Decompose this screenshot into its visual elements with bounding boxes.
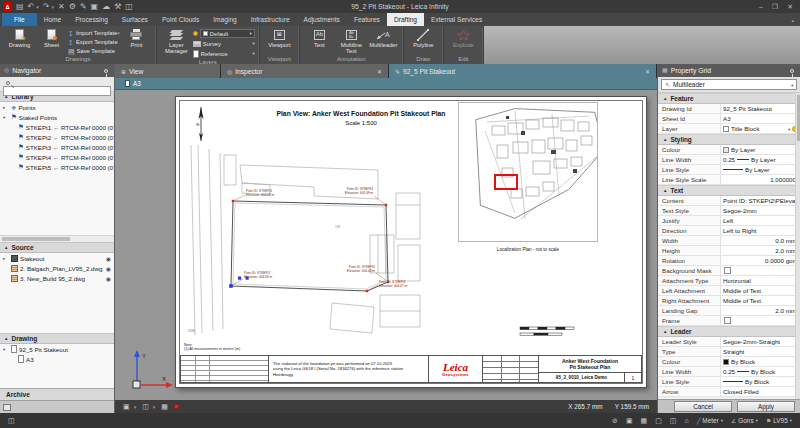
background-mask-checkbox[interactable] [724, 267, 731, 274]
point-annotation[interactable]: Point ID: STKEPt1Elevation: 404.08 m [246, 189, 275, 197]
collapse-icon[interactable]: ▾ [3, 115, 9, 120]
prop-background-mask[interactable]: Background Mask [658, 266, 800, 276]
tab-adjustments[interactable]: Adjustments [297, 13, 347, 26]
ribbon-collapse-icon[interactable]: ▴ [791, 17, 794, 23]
section-styling[interactable]: ▲Styling [658, 134, 800, 145]
section-text[interactable]: ▲Text [658, 185, 800, 196]
delete-icon[interactable]: ✕ [58, 2, 65, 11]
polyline-button[interactable]: Polyline [408, 27, 439, 48]
edit-icon[interactable]: ✎ [80, 2, 87, 11]
panel-toggle-icon[interactable] [3, 404, 11, 411]
point-annotation[interactable]: Point ID: STKEPt5Elevation: 404.08 m [347, 265, 376, 273]
explode-button[interactable]: Explode [448, 27, 479, 48]
grid-toggle-icon[interactable]: ▦ [161, 402, 168, 411]
prop-height[interactable]: Height2.0 mm [658, 246, 800, 256]
prop-left-attachment[interactable]: Left AttachmentMiddle of Text [658, 286, 800, 296]
tools-icon[interactable]: ⚒ [114, 2, 121, 11]
grid-snap-icon[interactable]: ▦ [641, 416, 648, 425]
scrollbar-thumb[interactable] [2, 237, 70, 241]
save-template-button[interactable]: ▤Save Template [68, 47, 120, 55]
prop-arrow[interactable]: ArrowClosed Filled [658, 387, 800, 397]
import-template-button[interactable]: ↧Import Template▾ [68, 29, 120, 37]
sheet-button[interactable]: Sheet [36, 27, 67, 48]
minimize-icon[interactable]: – [759, 2, 763, 11]
drawing-sheet[interactable]: ·N· Plan View: Anker West Foundation Pit… [175, 96, 647, 388]
prop-leader-line-style[interactable]: Line StyleBy Block [658, 377, 800, 387]
tab-external-services[interactable]: External Services [424, 13, 489, 26]
plan-drawing[interactable]: Point ID: STKEPt1Elevation: 404.08 m Poi… [182, 143, 454, 341]
drawing-item-a3[interactable]: A3 [0, 354, 114, 364]
ortho-mode-icon[interactable]: ▢ [655, 416, 662, 425]
text-button[interactable]: AbText [304, 27, 335, 48]
close-tab-icon[interactable]: ✕ [645, 68, 650, 75]
visibility-eye-icon[interactable]: ◉ [106, 255, 111, 262]
redo-caret-icon[interactable]: ▾ [51, 4, 54, 10]
panel-layout-icon[interactable]: ◫ [8, 416, 15, 425]
horizontal-scrollbar[interactable] [0, 235, 114, 242]
workspace-icon[interactable]: ◫ [670, 416, 677, 425]
maximize-icon[interactable]: ❐ [772, 2, 778, 11]
home-icon[interactable]: ⌂ [684, 416, 688, 425]
angle-unit-selector[interactable]: ∠Gons▾ [731, 417, 758, 424]
archive-box-icon[interactable]: ▣ [91, 2, 99, 11]
visibility-eye-icon[interactable]: ◉ [106, 265, 111, 272]
search-input[interactable] [3, 86, 111, 96]
drawing-button[interactable]: Drawing [4, 27, 35, 48]
tree-item-staked-points[interactable]: ▾⚑Staked Points [0, 112, 114, 122]
section-leader[interactable]: ▲Leader [658, 326, 800, 337]
prop-rotation[interactable]: Rotation0.0000 gon [658, 256, 800, 266]
source-item-stakeout[interactable]: ▸Stakeout◉ [0, 253, 114, 263]
snap-disabled-icon[interactable]: ⊘ [612, 416, 618, 425]
collapse-icon[interactable]: ▾ [3, 347, 9, 352]
distance-unit-selector[interactable]: ╱Meter▾ [697, 417, 723, 424]
apply-button[interactable]: Apply [737, 401, 795, 412]
prop-leader-style[interactable]: Leader StyleSegoe-2mm-Straight [658, 337, 800, 347]
paper-space-caret-icon[interactable]: ▾ [134, 404, 137, 410]
drawing-canvas[interactable]: ·N· Plan View: Anker West Foundation Pit… [115, 90, 657, 400]
undo-icon[interactable]: ↶ [28, 2, 35, 11]
sheet-subtab-a3[interactable]: A3 [115, 78, 657, 90]
settings-gear-icon[interactable]: ⚙ [69, 2, 76, 11]
pin-icon[interactable] [790, 69, 794, 73]
paper-space-icon[interactable]: ▣ [123, 402, 130, 411]
tree-item-points[interactable]: ▸❖Points [0, 102, 114, 112]
prop-right-attachment[interactable]: Right AttachmentMiddle of Text [658, 296, 800, 306]
tab-point-clouds[interactable]: Point Clouds [155, 13, 206, 26]
tab-surfaces[interactable]: Surfaces [115, 13, 155, 26]
redo-icon[interactable]: ↷ [43, 2, 50, 11]
tree-item-stkept5[interactable]: ⚑STKEPt5 ← RTCM-Ref 0000 (07/10 [0, 162, 114, 172]
undo-caret-icon[interactable]: ▾ [36, 4, 39, 10]
tab-home[interactable]: Home [37, 13, 69, 26]
tree-item-stkept4[interactable]: ⚑STKEPt4 ← RTCM-Ref 0000 (07/10 [0, 152, 114, 162]
prop-line-width[interactable]: Line Width0.25By Layer [658, 155, 800, 165]
default-layer-dropdown[interactable]: Default▾ [193, 29, 255, 38]
prop-content[interactable]: ContentPoint ID: STKEPt2\PEleva [658, 196, 800, 206]
close-tab-icon[interactable]: ✕ [377, 68, 382, 75]
viewport-button[interactable]: ⊠Viewport [264, 27, 295, 48]
layer-manager-button[interactable]: Layer Manager [161, 27, 192, 55]
object-selector-dropdown[interactable]: ↖ Multileader [661, 79, 797, 90]
leica-logo-icon[interactable]: ∆ [3, 2, 12, 11]
expand-icon[interactable]: ▸ [3, 105, 9, 110]
tab-processing[interactable]: Processing [68, 13, 115, 26]
source-item-new-build[interactable]: 3. New_Build 95_2.dwg◉ [0, 273, 114, 283]
print-button[interactable]: Print [121, 27, 152, 48]
cloud-icon[interactable]: ☁ [102, 2, 110, 11]
section-drawing[interactable]: ▲Drawing [0, 333, 114, 344]
survey-layer-dropdown[interactable]: Survey▾ [193, 39, 255, 48]
tab-inspector[interactable]: ◎Inspector✕ [221, 64, 389, 78]
prop-sheet-id[interactable]: Sheet IdA3 [658, 114, 800, 124]
tree-item-stkept3[interactable]: ⚑STKEPt3 ← RTCM-Ref 0000 (07/10 [0, 142, 114, 152]
crs-selector[interactable]: ⚑LV95▾ [766, 417, 792, 424]
archive-bar[interactable]: Archive [0, 388, 114, 400]
prop-leader-line-width[interactable]: Line Width0.25By Block [658, 367, 800, 377]
dropdown-caret-icon[interactable] [788, 125, 790, 132]
prop-frame[interactable]: Frame [658, 316, 800, 326]
prop-direction[interactable]: DirectionLeft to Right [658, 226, 800, 236]
visibility-eye-icon[interactable]: ◉ [106, 275, 111, 282]
section-source[interactable]: ▲Source [0, 242, 114, 253]
section-feature[interactable]: ▲Feature [658, 93, 800, 104]
prop-leader-colour[interactable]: ColourBy Block [658, 357, 800, 367]
tab-file[interactable]: File [2, 13, 37, 26]
reference-layer-dropdown[interactable]: Reference▾ [193, 49, 255, 58]
